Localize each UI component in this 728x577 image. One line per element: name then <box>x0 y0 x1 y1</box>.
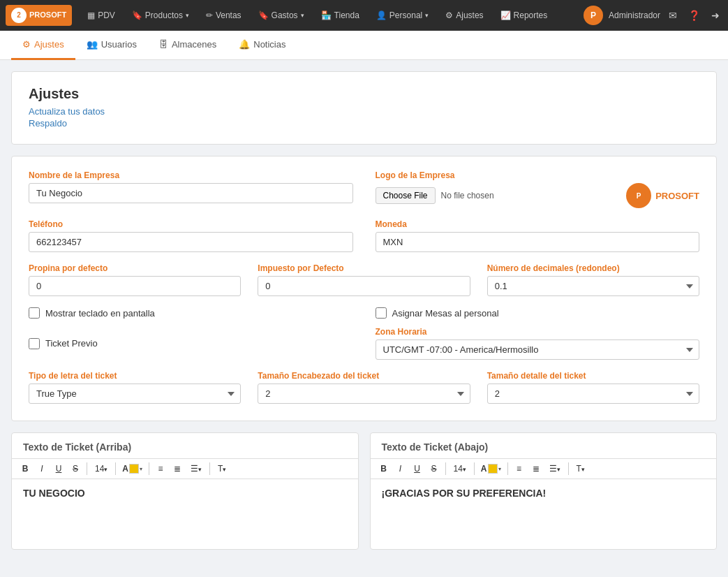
logo-group: Logo de la Empresa Choose File No file c… <box>376 170 700 208</box>
admin-name: Administrador <box>609 10 660 20</box>
ticket-previo-label[interactable]: Ticket Previo <box>45 338 98 349</box>
tab-ajustes[interactable]: ⚙ Ajustes <box>11 31 75 60</box>
separator7 <box>507 462 508 475</box>
tamano-encabezado-select[interactable]: 1 2 3 4 <box>258 384 470 404</box>
empresa-input[interactable] <box>29 183 353 203</box>
italic-button-arriba[interactable]: I <box>34 462 50 476</box>
tab-almacenes-icon: 🗄 <box>159 39 168 50</box>
telefono-group: Teléfono <box>29 219 353 252</box>
bold-button-arriba[interactable]: B <box>17 462 33 476</box>
teclado-checkbox-group: Mostrar teclado en pantalla <box>29 307 353 319</box>
unordered-list-button-abajo[interactable]: ≡ <box>512 462 527 476</box>
strikethrough-button-abajo[interactable]: S <box>426 462 442 476</box>
teclado-label[interactable]: Mostrar teclado en pantalla <box>45 308 155 319</box>
page-content: Ajustes Actualiza tus datos Respaldo Nom… <box>0 60 728 561</box>
editor-abajo-content: ¡GRACIAS POR SU PREFERENCIA! <box>382 488 547 499</box>
tab-ajustes-label: Ajustes <box>34 39 64 50</box>
logout-icon[interactable]: ➜ <box>708 7 722 24</box>
bold-button-abajo[interactable]: B <box>376 462 392 476</box>
format-button-arriba[interactable]: T▾ <box>214 462 230 476</box>
underline-button-abajo[interactable]: U <box>410 462 425 476</box>
nav-productos[interactable]: 🔖 Productos ▾ <box>125 6 196 24</box>
asignar-checkbox-group: Asignar Mesas al personal <box>376 307 700 319</box>
ordered-list-button-arriba[interactable]: ≣ <box>170 462 185 476</box>
telefono-input[interactable] <box>29 232 353 252</box>
nav-ajustes[interactable]: ⚙ Ajustes <box>438 6 490 24</box>
teclado-checkbox[interactable] <box>29 307 40 319</box>
gastos-caret: ▾ <box>301 12 304 19</box>
brand-number: 2 <box>17 11 21 20</box>
prosoft-logo: P PROSOFT <box>626 183 699 208</box>
editor-arriba-body[interactable]: TU NEGOCIO <box>12 479 358 549</box>
nav-ajustes-label: Ajustes <box>456 10 483 20</box>
brand-logo[interactable]: 2 PROSOFT <box>6 5 72 26</box>
separator2 <box>115 462 116 475</box>
color-swatch-arriba <box>129 464 139 474</box>
prosoft-logo-icon: P <box>631 188 646 203</box>
color-a-text-abajo: A <box>481 464 487 474</box>
tipo-letra-select[interactable]: True Type Bitmap <box>29 384 241 404</box>
format-button-abajo[interactable]: T▾ <box>572 462 589 476</box>
fontsize-button-abajo[interactable]: 14▾ <box>450 462 470 476</box>
tamano-detalle-select[interactable]: 1 2 3 4 <box>487 384 699 404</box>
help-icon[interactable]: ❓ <box>685 7 703 24</box>
editor-arriba-title: Texto de Ticket (Arriba) <box>12 433 358 458</box>
tamano-encabezado-label: Tamaño Encabezado del ticket <box>258 371 470 381</box>
ventas-icon: ✏ <box>206 10 213 20</box>
nav-pdv-label: PDV <box>98 10 115 20</box>
propina-input[interactable] <box>29 276 241 296</box>
impuesto-input[interactable] <box>258 276 470 296</box>
impuesto-group: Impuesto por Defecto <box>258 263 470 296</box>
nav-reportes[interactable]: 📈 Reportes <box>493 6 555 24</box>
nav-personal[interactable]: 👤 Personal ▾ <box>369 6 436 24</box>
nav-ventas[interactable]: ✏ Ventas <box>199 6 248 24</box>
ticket-previo-checkbox[interactable] <box>29 338 40 349</box>
underline-button-arriba[interactable]: U <box>51 462 66 476</box>
tab-usuarios[interactable]: 👥 Usuarios <box>75 31 148 60</box>
actualiza-link[interactable]: Actualiza tus datos <box>29 106 699 117</box>
propina-label: Propina por defecto <box>29 263 241 273</box>
zona-horaria-group: Zona Horaria UTC/GMT -07:00 - America/He… <box>376 327 700 360</box>
color-caret-arriba: ▾ <box>140 466 142 472</box>
tab-noticias-icon: 🔔 <box>239 39 250 50</box>
zona-horaria-select[interactable]: UTC/GMT -07:00 - America/Hermosillo UTC/… <box>376 339 700 360</box>
asignar-checkbox[interactable] <box>376 307 387 319</box>
decimales-label: Número de decimales (redondeo) <box>487 263 699 273</box>
separator1 <box>87 462 87 475</box>
unordered-list-button-arriba[interactable]: ≡ <box>153 462 168 476</box>
nav-gastos[interactable]: 🔖 Gastos ▾ <box>251 6 311 24</box>
decimales-select[interactable]: 0.1 0.01 0.001 1 <box>487 276 699 296</box>
personal-caret: ▾ <box>425 12 429 19</box>
asignar-label[interactable]: Asignar Mesas al personal <box>392 308 499 319</box>
tab-usuarios-label: Usuarios <box>101 39 137 50</box>
ajustes-icon: ⚙ <box>445 10 453 20</box>
editor-abajo-body[interactable]: ¡GRACIAS POR SU PREFERENCIA! <box>371 479 717 549</box>
decimales-group: Número de decimales (redondeo) 0.1 0.01 … <box>487 263 699 296</box>
color-button-abajo[interactable]: A ▾ <box>478 462 504 476</box>
respaldo-link[interactable]: Respaldo <box>29 118 699 129</box>
navbar: 2 PROSOFT ▦ PDV 🔖 Productos ▾ ✏ Ventas 🔖… <box>0 0 728 31</box>
nav-tienda[interactable]: 🏪 Tienda <box>314 6 366 24</box>
strikethrough-button-arriba[interactable]: S <box>68 462 83 476</box>
moneda-input[interactable] <box>376 232 700 252</box>
nav-productos-label: Productos <box>145 10 183 20</box>
tamano-detalle-group: Tamaño detalle del ticket 1 2 3 4 <box>487 371 699 404</box>
nav-pdv[interactable]: ▦ PDV <box>80 6 122 24</box>
fontsize-button-arriba[interactable]: 14▾ <box>91 462 112 476</box>
choose-file-button[interactable]: Choose File <box>376 187 436 204</box>
tienda-icon: 🏪 <box>321 10 332 20</box>
tab-almacenes-label: Almacenes <box>172 39 216 50</box>
ordered-list-button-abajo[interactable]: ≣ <box>528 462 544 476</box>
align-button-abajo[interactable]: ☰▾ <box>545 462 565 476</box>
editor-abajo-toolbar: B I U S 14▾ A ▾ ≡ ≣ ☰▾ T▾ <box>371 458 717 479</box>
align-button-arriba[interactable]: ☰▾ <box>186 462 206 476</box>
mail-icon[interactable]: ✉ <box>666 7 680 24</box>
telefono-label: Teléfono <box>29 219 353 229</box>
tab-noticias[interactable]: 🔔 Noticias <box>228 31 297 60</box>
moneda-label: Moneda <box>376 219 700 229</box>
prosoft-text: PROSOFT <box>655 191 699 201</box>
tab-almacenes[interactable]: 🗄 Almacenes <box>148 31 228 60</box>
gastos-icon: 🔖 <box>258 10 269 20</box>
color-button-arriba[interactable]: A ▾ <box>119 462 145 476</box>
italic-button-abajo[interactable]: I <box>393 462 408 476</box>
